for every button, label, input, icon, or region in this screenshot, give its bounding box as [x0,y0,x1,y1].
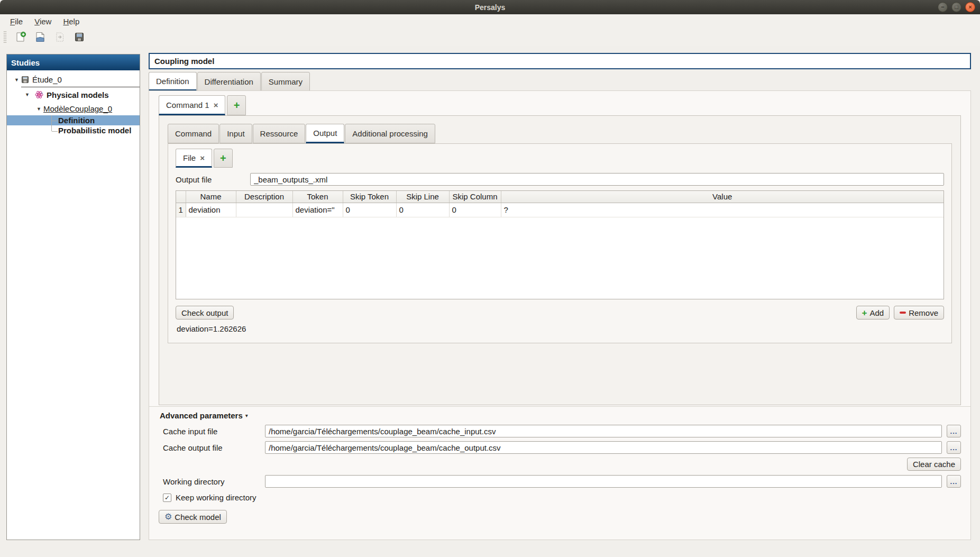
keep-working-directory-label: Keep working directory [176,493,257,502]
tab-summary[interactable]: Summary [261,72,310,91]
save-study-button[interactable] [72,30,86,44]
expand-arrow-icon[interactable]: ▼ [25,92,32,97]
subtab-output[interactable]: Output [306,124,344,143]
close-tab-icon[interactable]: × [214,101,218,109]
cache-output-row: Cache output file ... [163,441,961,454]
tree-item-definition[interactable]: Definition [7,115,140,125]
tree-item-probabilistic-model[interactable]: Probabilistic model [7,125,140,135]
tab-definition[interactable]: Definition [149,72,197,91]
clear-cache-button[interactable]: Clear cache [907,458,961,471]
add-icon: + [862,308,867,317]
cell-name[interactable]: deviation [186,203,236,217]
cache-output-file-input[interactable] [265,441,942,454]
tree-branch-line [51,115,58,125]
add-row-button[interactable]: + Add [856,306,890,319]
cell-description[interactable] [236,203,292,217]
open-study-icon [34,31,46,43]
cell-value[interactable]: ? [501,203,944,217]
cell-skip-column[interactable]: 0 [449,203,501,217]
tab-differentiation[interactable]: Differentiation [197,72,261,91]
cell-skip-token[interactable]: 0 [343,203,396,217]
advanced-parameters-toggle[interactable]: Advanced parameters ▾ [160,411,248,420]
keep-working-directory-row: ✓ Keep working directory [163,493,961,502]
add-command-tab-button[interactable]: + [227,95,246,115]
maximize-button[interactable]: □ [951,2,961,12]
expand-arrow-icon[interactable]: ▼ [14,77,21,83]
table-row: 1 deviation deviation=" 0 0 0 ? [176,203,944,217]
model-tabs: Definition Differentiation Summary [149,72,971,91]
working-directory-input[interactable] [265,475,942,488]
cache-input-label: Cache input file [163,427,265,436]
menubar: File View Help [0,14,980,28]
check-output-button[interactable]: Check output [176,306,234,319]
toolbar-drag-handle[interactable] [4,31,6,43]
output-file-input[interactable] [250,173,944,186]
close-tab-icon[interactable]: × [200,154,205,162]
plus-icon: + [234,100,240,111]
check-model-button[interactable]: ⚙ Check model [159,510,227,524]
cache-input-file-input[interactable] [265,425,942,437]
tree-item-etude-0[interactable]: ▼ Étude_0 [7,72,140,87]
tree-branch-line [51,125,58,131]
cell-skip-line[interactable]: 0 [396,203,449,217]
tree-item-modele-couplage-0[interactable]: ▼ ModèleCouplage_0 [7,102,140,115]
export-study-button[interactable] [53,30,67,44]
subtab-ressource[interactable]: Ressource [253,124,306,143]
column-header[interactable]: Skip Line [396,191,449,203]
tree-item-label: Probabilistic model [58,126,131,135]
keep-working-directory-checkbox[interactable]: ✓ [163,494,171,502]
add-file-tab-button[interactable]: + [214,149,233,168]
subtab-command[interactable]: Command [168,124,219,143]
titlebar: Persalys − □ × [0,0,980,14]
column-header[interactable]: Skip Column [449,191,501,203]
tab-command-1[interactable]: Command 1 × [159,95,225,115]
column-header[interactable]: Skip Token [343,191,396,203]
maximize-icon: □ [955,4,958,10]
open-study-button[interactable] [33,30,47,44]
close-button[interactable]: × [965,2,975,12]
expand-arrow-icon[interactable]: ▼ [36,106,43,112]
command-group-box: Command Input Ressource Output Additiona… [159,115,961,405]
tree-item-label: Étude_0 [32,75,62,84]
cache-output-label: Cache output file [163,443,265,452]
menu-help[interactable]: Help [58,16,84,27]
check-model-row: ⚙ Check model [159,510,961,524]
command-tabs: Command 1 × + [159,95,961,115]
export-study-icon [54,31,66,43]
column-header[interactable]: Name [186,191,236,203]
subtab-input[interactable]: Input [219,124,252,143]
cell-token[interactable]: deviation=" [292,203,343,217]
column-header[interactable]: Token [292,191,343,203]
window-title: Persalys [475,3,506,12]
output-table: Name Description Token Skip Token Skip L… [176,190,944,299]
check-icon: ✓ [164,495,170,501]
persalys-window: { "window": { "title": "Persalys" }, "me… [0,0,980,557]
file-tabs: File × + [176,149,944,168]
floppy-icon [21,76,29,84]
studies-panel-title: Studies [7,54,140,70]
new-study-icon [15,31,26,43]
tree-item-label: ModèleCouplage_0 [43,104,112,113]
working-directory-row: Working directory ... [163,475,961,488]
check-output-result: deviation=1.262626 [176,324,944,333]
column-header[interactable]: Value [501,191,944,203]
row-number-cell[interactable]: 1 [176,203,186,217]
minimize-button[interactable]: − [938,2,948,12]
column-header[interactable]: Description [236,191,292,203]
tab-file[interactable]: File × [176,149,212,168]
clear-cache-row: Clear cache [159,458,961,471]
table-actions-row: Check output + Add Remove [176,306,944,319]
working-directory-browse-button[interactable]: ... [947,475,961,488]
atom-icon [35,90,43,99]
new-study-button[interactable] [14,30,28,44]
row-number-header [176,191,186,203]
cache-input-browse-button[interactable]: ... [947,425,961,437]
menu-view[interactable]: View [30,16,56,27]
remove-icon [900,312,906,314]
subtab-additional-processing[interactable]: Additional processing [345,124,435,143]
menu-file[interactable]: File [5,16,28,27]
tree-item-physical-models[interactable]: ▼ Physical models [7,87,140,102]
cache-output-browse-button[interactable]: ... [947,441,961,454]
output-group-box: File × + Output file [168,143,952,343]
remove-row-button[interactable]: Remove [894,306,944,319]
